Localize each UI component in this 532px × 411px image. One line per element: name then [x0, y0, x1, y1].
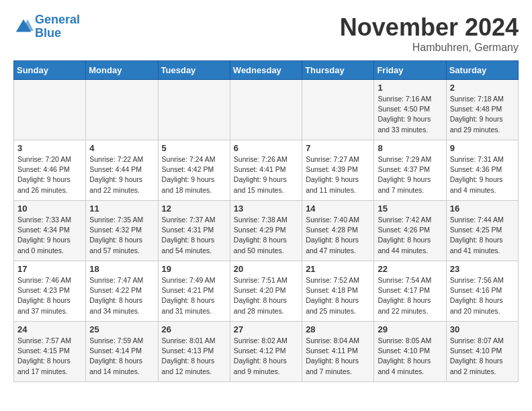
day-info: Sunrise: 7:16 AMSunset: 4:50 PMDaylight:…: [378, 94, 442, 135]
day-info: Sunrise: 7:52 AMSunset: 4:18 PMDaylight:…: [306, 275, 370, 316]
day-cell: 10Sunrise: 7:33 AMSunset: 4:34 PMDayligh…: [14, 201, 86, 261]
day-info: Sunrise: 7:18 AMSunset: 4:48 PMDaylight:…: [450, 94, 515, 135]
day-info: Sunrise: 7:31 AMSunset: 4:36 PMDaylight:…: [450, 154, 515, 195]
week-row-2: 3Sunrise: 7:20 AMSunset: 4:46 PMDaylight…: [14, 140, 519, 201]
month-title: November 2024: [340, 13, 519, 42]
day-cell: 19Sunrise: 7:49 AMSunset: 4:21 PMDayligh…: [158, 261, 230, 322]
day-number: 12: [162, 203, 226, 214]
day-number: 17: [17, 264, 82, 274]
day-cell: 22Sunrise: 7:54 AMSunset: 4:17 PMDayligh…: [374, 261, 446, 322]
day-cell: 12Sunrise: 7:37 AMSunset: 4:31 PMDayligh…: [158, 201, 230, 261]
day-number: 24: [17, 324, 82, 334]
day-info: Sunrise: 7:33 AMSunset: 4:34 PMDaylight:…: [17, 215, 82, 256]
day-cell: 16Sunrise: 7:44 AMSunset: 4:25 PMDayligh…: [446, 201, 518, 261]
day-info: Sunrise: 8:05 AMSunset: 4:10 PMDaylight:…: [378, 336, 442, 377]
day-number: 8: [378, 143, 442, 153]
day-cell: 1Sunrise: 7:16 AMSunset: 4:50 PMDaylight…: [374, 80, 446, 140]
day-cell: 15Sunrise: 7:42 AMSunset: 4:26 PMDayligh…: [374, 201, 446, 261]
logo-text: General Blue: [35, 13, 80, 40]
day-cell: 4Sunrise: 7:22 AMSunset: 4:44 PMDaylight…: [86, 140, 158, 201]
day-info: Sunrise: 8:02 AMSunset: 4:12 PMDaylight:…: [234, 336, 298, 377]
week-row-3: 10Sunrise: 7:33 AMSunset: 4:34 PMDayligh…: [14, 201, 519, 261]
day-number: 6: [234, 143, 298, 153]
day-cell: 17Sunrise: 7:46 AMSunset: 4:23 PMDayligh…: [14, 261, 86, 322]
title-block: November 2024 Hambuhren, Germany: [340, 13, 519, 54]
day-number: 13: [234, 203, 298, 214]
day-info: Sunrise: 7:42 AMSunset: 4:26 PMDaylight:…: [378, 215, 442, 256]
day-info: Sunrise: 7:22 AMSunset: 4:44 PMDaylight:…: [89, 154, 154, 195]
day-number: 16: [450, 203, 515, 214]
day-cell: 14Sunrise: 7:40 AMSunset: 4:28 PMDayligh…: [302, 201, 374, 261]
day-cell: 18Sunrise: 7:47 AMSunset: 4:22 PMDayligh…: [86, 261, 158, 322]
day-info: Sunrise: 7:38 AMSunset: 4:29 PMDaylight:…: [234, 215, 298, 256]
day-info: Sunrise: 7:51 AMSunset: 4:20 PMDaylight:…: [234, 275, 298, 316]
day-cell: 13Sunrise: 7:38 AMSunset: 4:29 PMDayligh…: [230, 201, 302, 261]
day-info: Sunrise: 8:07 AMSunset: 4:10 PMDaylight:…: [450, 336, 515, 377]
day-info: Sunrise: 7:59 AMSunset: 4:14 PMDaylight:…: [89, 336, 154, 377]
day-number: 19: [162, 264, 226, 274]
day-number: 11: [89, 203, 154, 214]
day-header-friday: Friday: [374, 61, 446, 80]
day-info: Sunrise: 7:27 AMSunset: 4:39 PMDaylight:…: [306, 154, 370, 195]
day-number: 18: [89, 264, 154, 274]
day-number: 22: [378, 264, 442, 274]
day-cell: 23Sunrise: 7:56 AMSunset: 4:16 PMDayligh…: [446, 261, 518, 322]
day-cell: 24Sunrise: 7:57 AMSunset: 4:15 PMDayligh…: [14, 322, 86, 382]
week-row-4: 17Sunrise: 7:46 AMSunset: 4:23 PMDayligh…: [14, 261, 519, 322]
calendar-body: 1Sunrise: 7:16 AMSunset: 4:50 PMDaylight…: [14, 80, 519, 382]
day-header-sunday: Sunday: [14, 61, 86, 80]
day-info: Sunrise: 7:57 AMSunset: 4:15 PMDaylight:…: [17, 336, 82, 377]
day-info: Sunrise: 7:44 AMSunset: 4:25 PMDaylight:…: [450, 215, 515, 256]
day-info: Sunrise: 7:54 AMSunset: 4:17 PMDaylight:…: [378, 275, 442, 316]
day-cell: 11Sunrise: 7:35 AMSunset: 4:32 PMDayligh…: [86, 201, 158, 261]
week-row-1: 1Sunrise: 7:16 AMSunset: 4:50 PMDaylight…: [14, 80, 519, 140]
day-cell: 30Sunrise: 8:07 AMSunset: 4:10 PMDayligh…: [446, 322, 518, 382]
day-cell: 27Sunrise: 8:02 AMSunset: 4:12 PMDayligh…: [230, 322, 302, 382]
day-cell: 2Sunrise: 7:18 AMSunset: 4:48 PMDaylight…: [446, 80, 518, 140]
logo: General Blue: [13, 13, 80, 40]
day-cell: 20Sunrise: 7:51 AMSunset: 4:20 PMDayligh…: [230, 261, 302, 322]
day-number: 7: [306, 143, 370, 153]
day-info: Sunrise: 8:04 AMSunset: 4:11 PMDaylight:…: [306, 336, 370, 377]
day-number: 25: [89, 324, 154, 334]
day-cell: 5Sunrise: 7:24 AMSunset: 4:42 PMDaylight…: [158, 140, 230, 201]
day-cell: [14, 80, 86, 140]
day-number: 4: [89, 143, 154, 153]
day-cell: 29Sunrise: 8:05 AMSunset: 4:10 PMDayligh…: [374, 322, 446, 382]
day-number: 26: [162, 324, 226, 334]
day-info: Sunrise: 7:26 AMSunset: 4:41 PMDaylight:…: [234, 154, 298, 195]
day-cell: 9Sunrise: 7:31 AMSunset: 4:36 PMDaylight…: [446, 140, 518, 201]
day-number: 21: [306, 264, 370, 274]
page-header: General Blue November 2024 Hambuhren, Ge…: [13, 13, 519, 54]
day-info: Sunrise: 7:20 AMSunset: 4:46 PMDaylight:…: [17, 154, 82, 195]
day-number: 2: [450, 83, 515, 93]
day-cell: 8Sunrise: 7:29 AMSunset: 4:37 PMDaylight…: [374, 140, 446, 201]
calendar-header: SundayMondayTuesdayWednesdayThursdayFrid…: [14, 61, 519, 80]
day-number: 14: [306, 203, 370, 214]
week-row-5: 24Sunrise: 7:57 AMSunset: 4:15 PMDayligh…: [14, 322, 519, 382]
day-info: Sunrise: 7:40 AMSunset: 4:28 PMDaylight:…: [306, 215, 370, 256]
day-number: 5: [162, 143, 226, 153]
day-number: 29: [378, 324, 442, 334]
day-info: Sunrise: 7:49 AMSunset: 4:21 PMDaylight:…: [162, 275, 226, 316]
day-cell: 21Sunrise: 7:52 AMSunset: 4:18 PMDayligh…: [302, 261, 374, 322]
day-header-thursday: Thursday: [302, 61, 374, 80]
day-info: Sunrise: 7:35 AMSunset: 4:32 PMDaylight:…: [89, 215, 154, 256]
day-cell: 28Sunrise: 8:04 AMSunset: 4:11 PMDayligh…: [302, 322, 374, 382]
day-cell: 6Sunrise: 7:26 AMSunset: 4:41 PMDaylight…: [230, 140, 302, 201]
day-number: 20: [234, 264, 298, 274]
logo-icon: [13, 17, 34, 37]
day-cell: [86, 80, 158, 140]
day-cell: 25Sunrise: 7:59 AMSunset: 4:14 PMDayligh…: [86, 322, 158, 382]
day-number: 30: [450, 324, 515, 334]
day-number: 10: [17, 203, 82, 214]
day-info: Sunrise: 7:56 AMSunset: 4:16 PMDaylight:…: [450, 275, 515, 316]
day-number: 9: [450, 143, 515, 153]
location: Hambuhren, Germany: [340, 42, 519, 54]
day-info: Sunrise: 7:29 AMSunset: 4:37 PMDaylight:…: [378, 154, 442, 195]
day-header-saturday: Saturday: [446, 61, 518, 80]
day-info: Sunrise: 7:24 AMSunset: 4:42 PMDaylight:…: [162, 154, 226, 195]
day-number: 27: [234, 324, 298, 334]
day-cell: 7Sunrise: 7:27 AMSunset: 4:39 PMDaylight…: [302, 140, 374, 201]
day-info: Sunrise: 7:47 AMSunset: 4:22 PMDaylight:…: [89, 275, 154, 316]
